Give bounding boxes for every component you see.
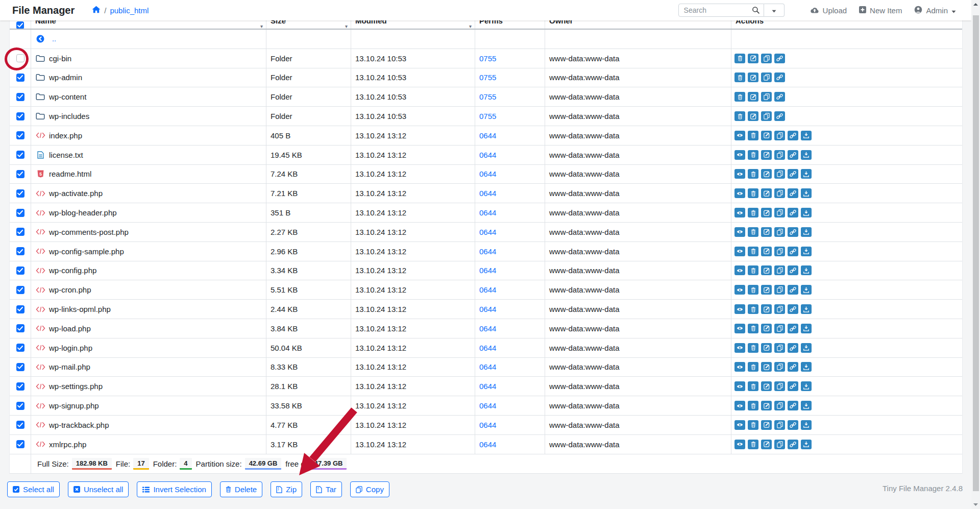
- link-button[interactable]: [788, 324, 798, 333]
- link-button[interactable]: [788, 150, 798, 160]
- delete-button[interactable]: [734, 111, 745, 121]
- view-button[interactable]: [734, 247, 745, 256]
- new-item-button[interactable]: New Item: [859, 6, 902, 15]
- perms-link[interactable]: 0755: [479, 92, 496, 101]
- row-checkbox[interactable]: [16, 440, 24, 448]
- delete-button[interactable]: [748, 343, 758, 353]
- perms-link[interactable]: 0755: [479, 112, 496, 120]
- rename-button[interactable]: [761, 247, 772, 256]
- link-button[interactable]: [774, 54, 785, 63]
- file-name[interactable]: xmlrpc.php: [49, 440, 86, 449]
- perms-link[interactable]: 0644: [479, 151, 496, 159]
- file-name[interactable]: wp-settings.php: [49, 382, 103, 391]
- view-button[interactable]: [734, 440, 745, 449]
- copy-button[interactable]: [774, 227, 785, 237]
- search-options-button[interactable]: [764, 4, 785, 17]
- link-button[interactable]: [788, 188, 798, 198]
- delete-button[interactable]: [748, 440, 758, 449]
- view-button[interactable]: [734, 131, 745, 140]
- rename-button[interactable]: [761, 324, 772, 333]
- row-checkbox[interactable]: [16, 54, 24, 62]
- file-name[interactable]: wp-content: [49, 92, 86, 101]
- copy-button[interactable]: [774, 285, 785, 295]
- row-checkbox[interactable]: [16, 266, 24, 275]
- delete-button[interactable]: [748, 150, 758, 160]
- view-button[interactable]: [734, 304, 745, 314]
- download-button[interactable]: [801, 420, 812, 430]
- delete-button[interactable]: [748, 227, 758, 237]
- file-name[interactable]: license.txt: [49, 151, 83, 159]
- download-button[interactable]: [801, 188, 812, 198]
- perms-link[interactable]: 0644: [479, 247, 496, 256]
- download-button[interactable]: [801, 381, 812, 391]
- rename-button[interactable]: [748, 54, 758, 63]
- link-button[interactable]: [788, 265, 798, 275]
- row-checkbox[interactable]: [16, 131, 24, 139]
- perms-link[interactable]: 0644: [479, 228, 496, 236]
- view-button[interactable]: [734, 208, 745, 217]
- perms-link[interactable]: 0644: [479, 169, 496, 178]
- file-name[interactable]: wp-mail.php: [49, 362, 90, 371]
- delete-button[interactable]: [748, 420, 758, 430]
- rename-button[interactable]: [761, 169, 772, 179]
- delete-button[interactable]: [748, 131, 758, 140]
- delete-button[interactable]: [748, 304, 758, 314]
- link-button[interactable]: [788, 247, 798, 256]
- sort-caret-icon[interactable]: ▾: [469, 24, 472, 29]
- delete-button[interactable]: [748, 324, 758, 333]
- row-checkbox[interactable]: [16, 402, 24, 410]
- invert-selection-button[interactable]: Invert Selection: [137, 481, 211, 497]
- rename-button[interactable]: [761, 420, 772, 430]
- download-button[interactable]: [801, 401, 812, 410]
- download-button[interactable]: [801, 440, 812, 449]
- column-header-modified[interactable]: Modified▾: [351, 20, 475, 29]
- row-checkbox[interactable]: [16, 421, 24, 429]
- delete-button[interactable]: [748, 247, 758, 256]
- copy-button[interactable]: [774, 265, 785, 275]
- perms-link[interactable]: 0644: [479, 189, 496, 198]
- row-checkbox[interactable]: [16, 189, 24, 198]
- file-name[interactable]: wp-load.php: [49, 324, 91, 333]
- scrollbar-thumb[interactable]: [973, 15, 979, 491]
- rename-button[interactable]: [761, 343, 772, 353]
- link-button[interactable]: [774, 111, 785, 121]
- perms-link[interactable]: 0755: [479, 54, 496, 63]
- file-name[interactable]: wp-links-opml.php: [49, 305, 111, 313]
- copy-button[interactable]: [774, 188, 785, 198]
- row-checkbox[interactable]: [16, 247, 24, 255]
- copy-button[interactable]: [774, 324, 785, 333]
- file-name[interactable]: index.php: [49, 131, 82, 140]
- home-icon[interactable]: [92, 6, 101, 15]
- delete-button[interactable]: [748, 169, 758, 179]
- perms-link[interactable]: 0644: [479, 131, 496, 140]
- copy-button[interactable]: [774, 420, 785, 430]
- copy-button[interactable]: [774, 150, 785, 160]
- zip-button[interactable]: Zip: [271, 481, 302, 497]
- link-button[interactable]: [788, 304, 798, 314]
- copy-button[interactable]: [774, 440, 785, 449]
- download-button[interactable]: [801, 362, 812, 372]
- rename-button[interactable]: [761, 208, 772, 217]
- row-checkbox[interactable]: [16, 170, 24, 178]
- file-name[interactable]: wp-config-sample.php: [49, 247, 124, 256]
- file-name[interactable]: wp-login.php: [49, 344, 92, 352]
- perms-link[interactable]: 0644: [479, 266, 496, 275]
- link-button[interactable]: [788, 169, 798, 179]
- download-button[interactable]: [801, 227, 812, 237]
- copy-button[interactable]: [774, 169, 785, 179]
- delete-button[interactable]: Delete: [220, 481, 262, 497]
- link-button[interactable]: [774, 72, 785, 82]
- download-button[interactable]: [801, 324, 812, 333]
- view-button[interactable]: [734, 150, 745, 160]
- rename-button[interactable]: [748, 111, 758, 121]
- file-name[interactable]: wp-trackback.php: [49, 421, 109, 429]
- perms-link[interactable]: 0644: [479, 421, 496, 429]
- copy-button[interactable]: [774, 304, 785, 314]
- download-button[interactable]: [801, 169, 812, 179]
- rename-button[interactable]: [761, 150, 772, 160]
- copy-button[interactable]: [774, 131, 785, 140]
- row-checkbox[interactable]: [16, 363, 24, 371]
- rename-button[interactable]: [761, 285, 772, 295]
- rename-button[interactable]: [761, 381, 772, 391]
- perms-link[interactable]: 0644: [479, 401, 496, 410]
